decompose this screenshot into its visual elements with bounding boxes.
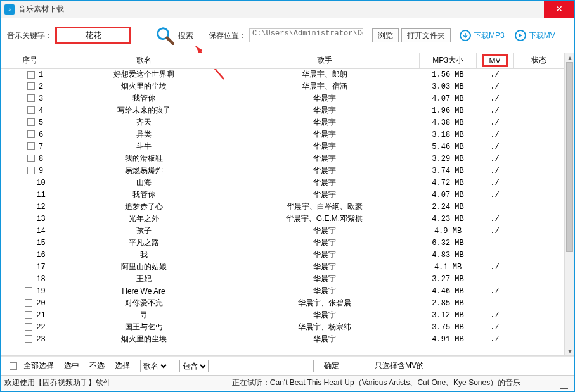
row-singer: 华晨宇、杨宗纬 [229,321,420,333]
row-state [514,68,564,80]
row-name: 好想爱这个世界啊 [58,68,229,80]
row-checkbox[interactable] [27,71,35,79]
table-row[interactable]: 1好想爱这个世界啊华晨宇、郎朗1.56 MB./ [1,68,564,80]
row-checkbox[interactable] [27,118,35,126]
row-singer: 华晨宇、郎朗 [229,68,420,80]
browse-button[interactable]: 浏览 [372,28,399,42]
scroll-up-icon[interactable]: ▴ [565,53,574,62]
row-checkbox[interactable] [27,167,35,174]
save-path-input[interactable]: C:\Users\Administrator\Deskto [249,28,363,42]
table-row[interactable]: 6异类华晨宇3.18 MB./ [1,129,564,141]
row-size: 5.46 MB [420,141,477,153]
download-mv-button[interactable]: 下载MV [515,30,555,41]
row-size: 4.07 MB [420,92,477,104]
row-index: 17 [36,263,45,272]
filter-confirm-button[interactable]: 确定 [324,360,339,371]
row-checkbox[interactable] [27,106,35,114]
close-button[interactable]: × [544,1,574,18]
row-index: 2 [39,82,43,91]
row-size: 3.12 MB [420,309,477,321]
row-checkbox[interactable] [25,311,32,319]
row-checkbox[interactable] [25,299,32,307]
header-size[interactable]: MP3大小 [420,53,477,68]
row-mv: ./ [477,261,514,273]
row-name: 王妃 [58,273,229,285]
row-checkbox[interactable] [27,155,35,162]
table-row[interactable]: 7斗牛华晨宇5.46 MB./ [1,141,564,153]
scrollbar[interactable]: ▴ ▾ [564,53,574,355]
row-name: 光年之外 [58,213,229,225]
table-row[interactable]: 10山海华晨宇4.72 MB./ [1,177,564,189]
header-state[interactable]: 状态 [514,53,564,68]
table-row[interactable]: 15平凡之路华晨宇6.32 MB [1,237,564,249]
table-row[interactable]: 3我管你华晨宇4.07 MB./ [1,92,564,104]
row-checkbox[interactable] [25,227,32,234]
row-checkbox[interactable] [25,191,32,198]
table-row[interactable]: 19Here We Are华晨宇4.46 MB./ [1,285,564,297]
search-button[interactable]: 搜索 [178,30,193,41]
table-row[interactable]: 21寻华晨宇3.12 MB./ [1,309,564,321]
row-checkbox[interactable] [25,263,32,270]
header-singer[interactable]: 歌手 [229,53,420,68]
table-row[interactable]: 18王妃华晨宇3.27 MB [1,273,564,285]
row-checkbox[interactable] [27,130,35,138]
table-row[interactable]: 5齐天华晨宇4.38 MB./ [1,117,564,129]
row-name: 斗牛 [58,141,229,153]
table-row[interactable]: 11我管你华晨宇4.07 MB./ [1,189,564,201]
row-size: 1.56 MB [420,68,477,80]
row-checkbox[interactable] [27,94,35,102]
table-row[interactable]: 14孩子华晨宇4.9 MB./ [1,225,564,237]
row-checkbox[interactable] [25,335,32,343]
row-mv [477,237,514,249]
select-all-checkbox[interactable]: 全部选择 [10,360,54,371]
status-welcome: 欢迎使用【固乔视频助手】软件 [4,377,195,388]
only-mv-button[interactable]: 只选择含MV的 [375,360,424,371]
table-row[interactable]: 22国王与乞丐华晨宇、杨宗纬3.75 MB./ [1,321,564,333]
scroll-thumb[interactable] [566,62,573,252]
table-row[interactable]: 13光年之外华晨宇、G.E.M.邓紫棋4.23 MB./ [1,213,564,225]
row-checkbox[interactable] [25,287,32,294]
row-singer: 华晨宇 [229,285,420,297]
table-row[interactable]: 17阿里山的姑娘华晨宇4.1 MB./ [1,261,564,273]
header-mv[interactable]: MV [477,53,514,68]
download-mp3-button[interactable]: 下载MP3 [460,30,505,41]
filter-field-select[interactable]: 歌名 [140,360,169,372]
row-checkbox[interactable] [27,82,35,90]
table-row[interactable]: 16我华晨宇4.83 MB [1,249,564,261]
table-row[interactable]: 9易燃易爆炸华晨宇3.74 MB./ [1,165,564,177]
row-checkbox[interactable] [25,203,32,210]
scroll-down-icon[interactable]: ▾ [565,346,574,355]
row-checkbox[interactable] [25,179,32,186]
row-state [514,165,564,177]
row-state [514,104,564,117]
select-none-button[interactable]: 不选 [89,360,105,371]
filter-text-input[interactable] [219,360,314,372]
row-checkbox[interactable] [25,239,32,246]
keyword-label: 音乐关键字： [7,30,53,41]
open-folder-button[interactable]: 打开文件夹 [401,28,451,42]
header-name[interactable]: 歌名 [58,53,229,68]
table-row[interactable]: 12追梦赤子心华晨宇、白举纲、欧豪2.24 MB [1,201,564,213]
row-checkbox[interactable] [25,275,32,282]
search-icon[interactable] [154,25,176,46]
row-name: 写给未来的孩子 [58,104,229,117]
table-row[interactable]: 8我的滑板鞋华晨宇3.29 MB./ [1,153,564,165]
filter-op-select[interactable]: 包含 [179,360,209,372]
table-row[interactable]: 20对你爱不完华晨宇、张碧晨2.85 MB [1,297,564,309]
select-inverse-button[interactable]: 选中 [64,360,79,371]
select-label: 选择 [115,360,130,371]
row-checkbox[interactable] [25,215,32,222]
header-index[interactable]: 序号 [1,53,58,68]
table-row[interactable]: 2烟火里的尘埃华晨宇、宿涵3.03 MB./ [1,80,564,92]
row-mv: ./ [477,141,514,153]
table-row[interactable]: 4写给未来的孩子华晨宇1.96 MB./ [1,104,564,117]
row-mv: ./ [477,153,514,165]
table-row[interactable]: 23烟火里的尘埃华晨宇4.91 MB./ [1,333,564,345]
row-singer: 华晨宇 [229,237,420,249]
row-checkbox[interactable] [25,323,32,331]
minimize-icon[interactable] [558,377,571,389]
keyword-input[interactable] [55,27,131,44]
row-checkbox[interactable] [25,251,32,258]
row-mv: ./ [477,177,514,189]
row-checkbox[interactable] [27,142,35,150]
